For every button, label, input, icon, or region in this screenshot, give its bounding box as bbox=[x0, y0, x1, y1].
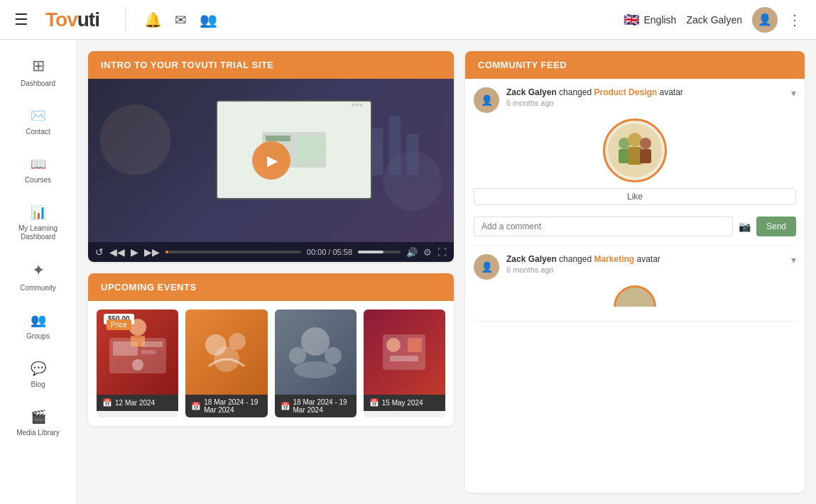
event-thumb-4 bbox=[364, 309, 445, 395]
hamburger-menu[interactable]: ☰ bbox=[14, 11, 28, 29]
fullscreen-icon[interactable]: ⛶ bbox=[437, 247, 447, 258]
left-column: INTRO TO YOUR TOVUTI TRIAL SITE bbox=[88, 51, 454, 493]
nav-right: 🇬🇧 English Zack Galyen 👤 ⋮ bbox=[624, 7, 802, 33]
feed-image-1 bbox=[603, 119, 667, 182]
feed-user-row-2: 👤 Zack Galyen changed Marketing avatar 6… bbox=[474, 254, 796, 280]
sidebar-item-blog[interactable]: 💬 Blog bbox=[0, 351, 76, 399]
svg-point-25 bbox=[294, 361, 337, 378]
svg-point-27 bbox=[386, 338, 401, 352]
courses-icon: 📖 bbox=[31, 156, 46, 172]
svg-point-0 bbox=[100, 104, 171, 175]
event-card-1[interactable]: Price $50.00 📅 12 Mar 2024 bbox=[97, 309, 178, 417]
flag-icon: 🇬🇧 bbox=[624, 12, 639, 28]
svg-point-22 bbox=[301, 327, 330, 356]
sidebar-item-community[interactable]: ✦ Community bbox=[0, 251, 76, 302]
feed-chevron-2[interactable]: ▾ bbox=[791, 254, 796, 265]
sidebar-label-dashboard: Dashboard bbox=[21, 80, 55, 88]
comment-input-1[interactable] bbox=[474, 217, 733, 236]
sidebar-label-community: Community bbox=[20, 284, 56, 292]
sidebar: ⊞ Dashboard ✉️ Contact 📖 Courses 📊 My Le… bbox=[0, 40, 77, 504]
feed-text-1: Zack Galyen changed Product Design avata… bbox=[506, 87, 784, 107]
progress-fill bbox=[165, 251, 168, 253]
language-selector[interactable]: 🇬🇧 English bbox=[624, 12, 676, 28]
media-library-icon: 🎬 bbox=[31, 409, 46, 424]
contact-icon: ✉️ bbox=[31, 108, 46, 124]
events-header: UPCOMING EVENTS bbox=[88, 273, 454, 301]
svg-rect-4 bbox=[407, 134, 419, 175]
play-pause-button[interactable]: ▶ bbox=[131, 246, 138, 258]
svg-rect-3 bbox=[389, 116, 401, 175]
sidebar-label-groups: Groups bbox=[26, 332, 50, 341]
more-options-button[interactable]: ⋮ bbox=[788, 11, 802, 28]
feed-actions-1: Like 📷 Send bbox=[474, 188, 796, 236]
price-label-1: Price bbox=[107, 319, 131, 330]
sidebar-label-blog: Blog bbox=[31, 380, 45, 389]
svg-rect-2 bbox=[371, 128, 383, 175]
feed-user-row-1: 👤 Zack Galyen changed Product Design ava… bbox=[474, 87, 796, 113]
skip-forward-button[interactable]: ▶▶ bbox=[144, 246, 160, 258]
time-display: 00:00 / 05:58 bbox=[307, 248, 352, 256]
play-button[interactable] bbox=[252, 141, 290, 180]
feed-image-container-2 bbox=[474, 285, 796, 307]
video-container[interactable]: ••• bbox=[88, 79, 454, 242]
progress-bar[interactable] bbox=[165, 251, 301, 253]
sidebar-item-dashboard[interactable]: ⊞ Dashboard bbox=[0, 47, 76, 98]
event-date-4: 📅 15 May 2024 bbox=[364, 395, 445, 411]
messages-icon[interactable]: ✉ bbox=[175, 11, 187, 28]
my-learning-icon: 📊 bbox=[31, 204, 46, 220]
event-date-3: 📅 18 Mar 2024 - 19 Mar 2024 bbox=[275, 395, 357, 417]
volume-fill bbox=[358, 251, 383, 253]
event-card-3[interactable]: 📅 18 Mar 2024 - 19 Mar 2024 bbox=[275, 309, 357, 417]
notifications-icon[interactable]: 🔔 bbox=[144, 11, 162, 28]
sidebar-item-courses[interactable]: 📖 Courses bbox=[0, 146, 76, 195]
feed-image-container-1 bbox=[474, 119, 796, 182]
community-feed-card: COMMUNITY FEED 👤 Zack Galyen changed bbox=[465, 51, 805, 493]
rewind-button[interactable]: ↺ bbox=[95, 246, 104, 258]
skip-back-button[interactable]: ◀◀ bbox=[109, 246, 125, 258]
svg-rect-15 bbox=[141, 350, 156, 354]
feed-avatar-inner-1: 👤 bbox=[474, 87, 499, 113]
feed-avatar-2: 👤 bbox=[474, 254, 499, 280]
svg-point-16 bbox=[132, 359, 143, 371]
send-button-1[interactable]: Send bbox=[756, 217, 796, 236]
sidebar-item-contact[interactable]: ✉️ Contact bbox=[0, 98, 76, 146]
svg-point-23 bbox=[289, 347, 306, 364]
like-button-1[interactable]: Like bbox=[474, 188, 796, 205]
feed-link-1[interactable]: Product Design bbox=[594, 87, 657, 97]
feed-avatar-1: 👤 bbox=[474, 87, 499, 113]
video-section: INTRO TO YOUR TOVUTI TRIAL SITE bbox=[88, 51, 454, 262]
svg-rect-18 bbox=[131, 336, 145, 346]
event-card-4[interactable]: 📅 15 May 2024 bbox=[364, 309, 445, 417]
video-section-header: INTRO TO YOUR TOVUTI TRIAL SITE bbox=[88, 51, 454, 79]
people-icon[interactable]: 👥 bbox=[200, 11, 217, 28]
feed-link-after-2: avatar bbox=[636, 254, 660, 264]
sidebar-item-groups[interactable]: 👥 Groups bbox=[0, 302, 76, 351]
svg-rect-29 bbox=[408, 338, 422, 352]
feed-header: COMMUNITY FEED bbox=[465, 51, 805, 79]
volume-bar[interactable] bbox=[358, 251, 401, 253]
svg-rect-36 bbox=[640, 149, 651, 163]
language-label: English bbox=[643, 14, 676, 26]
calendar-icon-4: 📅 bbox=[369, 398, 379, 407]
mini-screen bbox=[216, 100, 372, 199]
svg-rect-11 bbox=[298, 136, 322, 160]
feed-username-2[interactable]: Zack Galyen bbox=[506, 254, 557, 264]
feed-chevron-1[interactable]: ▾ bbox=[791, 87, 796, 99]
settings-icon[interactable]: ⚙ bbox=[423, 247, 432, 258]
groups-icon: 👥 bbox=[31, 312, 46, 328]
svg-rect-8 bbox=[266, 136, 290, 141]
events-grid: Price $50.00 📅 12 Mar 2024 bbox=[88, 301, 454, 426]
sidebar-item-media-library[interactable]: 🎬 Media Library bbox=[0, 399, 76, 447]
volume-icon[interactable]: 🔊 bbox=[406, 247, 418, 258]
sidebar-label-contact: Contact bbox=[26, 128, 50, 136]
feed-action-2: changed bbox=[559, 254, 594, 264]
feed-username-1[interactable]: Zack Galyen bbox=[506, 87, 557, 97]
user-name: Zack Galyen bbox=[686, 14, 742, 26]
nav-divider bbox=[125, 7, 126, 33]
feed-body: 👤 Zack Galyen changed Product Design ava… bbox=[465, 79, 805, 493]
user-avatar[interactable]: 👤 bbox=[752, 7, 778, 33]
feed-link-2[interactable]: Marketing bbox=[594, 254, 634, 264]
sidebar-item-my-learning[interactable]: 📊 My Learning Dashboard bbox=[0, 195, 76, 251]
camera-icon-1[interactable]: 📷 bbox=[739, 221, 751, 232]
event-card-2[interactable]: 📅 18 Mar 2024 - 19 Mar 2024 bbox=[185, 309, 267, 417]
